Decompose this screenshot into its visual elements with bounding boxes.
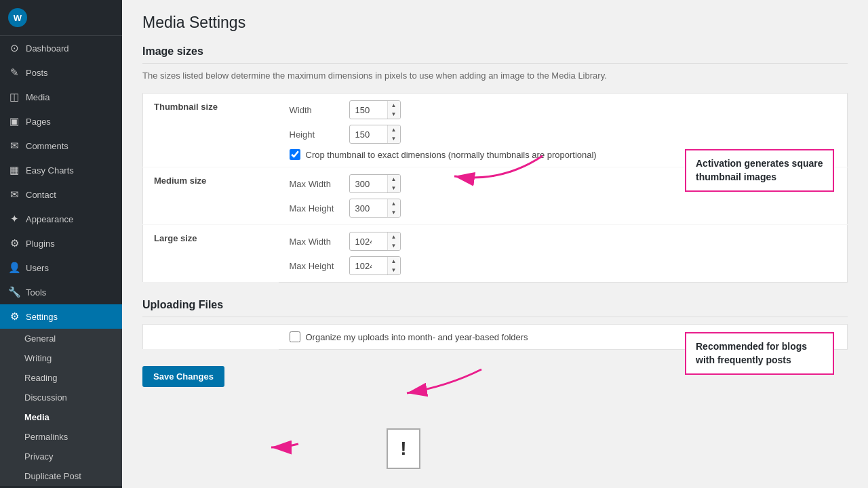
sidebar-item-label: Dashboard (26, 43, 69, 54)
thumbnail-height-input[interactable] (350, 126, 387, 143)
large-height-up[interactable]: ▲ (388, 257, 400, 266)
large-width-input[interactable] (350, 233, 387, 250)
image-sizes-description: The sizes listed below determine the max… (142, 70, 848, 81)
sidebar-item-comments[interactable]: ✉ Comments (0, 134, 122, 158)
image-sizes-heading: Image sizes (142, 45, 848, 64)
thumbnail-width-label: Width (290, 105, 344, 115)
annotation-uploads: Recommended for blogs with frequently po… (685, 332, 834, 375)
sidebar-item-label: Contact (26, 190, 56, 200)
large-size-fields: Max Width ▲ ▼ Max Height (279, 225, 848, 283)
posts-icon: ✎ (8, 66, 20, 79)
settings-submenu: General Writing Reading Discussion Media… (0, 329, 122, 486)
submenu-discussion[interactable]: Discussion (0, 388, 122, 407)
submenu-duplicate-post[interactable]: Duplicate Post (0, 466, 122, 486)
large-width-input-wrap[interactable]: ▲ ▼ (349, 232, 401, 251)
thumbnail-width-up[interactable]: ▲ (388, 101, 400, 110)
sidebar-item-tools[interactable]: 🔧 Tools (0, 280, 122, 304)
exclamation-callout: ! (387, 428, 420, 469)
medium-width-label: Max Width (290, 179, 344, 189)
submenu-media[interactable]: Media (0, 407, 122, 427)
medium-height-input-wrap[interactable]: ▲ ▼ (349, 199, 401, 218)
wp-logo: W (0, 0, 122, 36)
sidebar-item-settings[interactable]: ⚙ Settings (0, 304, 122, 329)
sidebar-item-media[interactable]: ◫ Media (0, 85, 122, 109)
sidebar-item-plugins[interactable]: ⚙ Plugins (0, 231, 122, 256)
plugins-icon: ⚙ (8, 237, 20, 249)
medium-height-down[interactable]: ▼ (388, 208, 400, 217)
annotation-thumbnail-text: Activation generates square thumbnail im… (696, 158, 823, 182)
thumbnail-width-input[interactable] (350, 102, 387, 119)
thumbnail-height-up[interactable]: ▲ (388, 125, 400, 134)
uploading-files-heading: Uploading Files (142, 299, 848, 317)
sidebar-item-label: Posts (26, 68, 48, 78)
large-size-label: Large size (143, 225, 279, 283)
large-height-input[interactable] (350, 258, 387, 274)
medium-width-input-wrap[interactable]: ▲ ▼ (349, 174, 401, 193)
exclamation-text: ! (400, 438, 406, 460)
media-icon: ◫ (8, 91, 20, 103)
thumbnail-width-down[interactable]: ▼ (388, 110, 400, 119)
medium-height-label: Max Height (290, 203, 344, 214)
large-height-input-wrap[interactable]: ▲ ▼ (349, 256, 401, 275)
sidebar-item-label: Comments (26, 141, 68, 151)
sidebar-item-users[interactable]: 👤 Users (0, 256, 122, 280)
save-changes-button[interactable]: Save Changes (142, 366, 224, 387)
main-content: Media Settings Image sizes The sizes lis… (122, 0, 868, 488)
sidebar-item-label: Plugins (26, 239, 55, 249)
sidebar: W ⊙ Dashboard ✎ Posts ◫ Media ▣ Pages ✉ … (0, 0, 122, 488)
users-icon: 👤 (8, 262, 20, 274)
submenu-privacy[interactable]: Privacy (0, 447, 122, 466)
appearance-icon: ✦ (8, 213, 20, 225)
organize-empty-label (143, 325, 279, 350)
wp-logo-icon: W (8, 8, 27, 27)
medium-height-input[interactable] (350, 200, 387, 217)
sidebar-item-label: Media (26, 92, 50, 102)
medium-width-down[interactable]: ▼ (388, 184, 400, 192)
large-size-row: Large size Max Width ▲ ▼ Max He (143, 225, 848, 283)
submenu-permalinks[interactable]: Permalinks (0, 427, 122, 447)
sidebar-item-label: Appearance (26, 214, 73, 224)
sidebar-item-easy-charts[interactable]: ▦ Easy Charts (0, 158, 122, 182)
submenu-general[interactable]: General (0, 329, 122, 348)
large-width-up[interactable]: ▲ (388, 232, 400, 241)
tools-icon: 🔧 (8, 286, 20, 298)
submenu-reading[interactable]: Reading (0, 368, 122, 388)
thumbnail-height-input-wrap[interactable]: ▲ ▼ (349, 125, 401, 144)
thumbnail-size-label: Thumbnail size (143, 94, 279, 167)
settings-icon: ⚙ (8, 310, 20, 323)
large-width-down[interactable]: ▼ (388, 241, 400, 250)
contact-icon: ✉ (8, 188, 20, 201)
medium-height-up[interactable]: ▲ (388, 199, 400, 208)
sidebar-item-label: Pages (26, 117, 51, 127)
submenu-writing[interactable]: Writing (0, 348, 122, 368)
crop-label[interactable]: Crop thumbnail to exact dimensions (norm… (306, 150, 597, 160)
annotation-uploads-text: Recommended for blogs with frequently po… (696, 341, 807, 365)
sidebar-item-appearance[interactable]: ✦ Appearance (0, 207, 122, 231)
large-width-label: Max Width (290, 237, 344, 247)
sidebar-item-contact[interactable]: ✉ Contact (0, 182, 122, 207)
thumbnail-height-label: Height (290, 129, 344, 140)
page-title: Media Settings (142, 14, 848, 32)
sidebar-item-posts[interactable]: ✎ Posts (0, 60, 122, 85)
comments-icon: ✉ (8, 140, 20, 152)
sidebar-item-label: Easy Charts (26, 165, 74, 176)
sidebar-item-dashboard[interactable]: ⊙ Dashboard (0, 36, 122, 60)
crop-checkbox[interactable] (290, 149, 300, 160)
large-height-label: Max Height (290, 261, 344, 271)
annotation-thumbnail: Activation generates square thumbnail im… (685, 149, 834, 192)
charts-icon: ▦ (8, 164, 20, 176)
sidebar-item-label: Tools (26, 287, 46, 298)
organize-checkbox[interactable] (290, 331, 300, 342)
medium-width-up[interactable]: ▲ (388, 175, 400, 184)
dashboard-icon: ⊙ (8, 42, 20, 54)
sidebar-item-pages[interactable]: ▣ Pages (0, 109, 122, 134)
medium-size-label: Medium size (143, 167, 279, 225)
sidebar-item-label: Settings (26, 312, 58, 322)
medium-width-input[interactable] (350, 176, 387, 192)
organize-label[interactable]: Organize my uploads into month- and year… (306, 332, 528, 342)
pages-icon: ▣ (8, 115, 20, 127)
thumbnail-height-down[interactable]: ▼ (388, 134, 400, 143)
large-height-down[interactable]: ▼ (388, 266, 400, 274)
thumbnail-width-input-wrap[interactable]: ▲ ▼ (349, 100, 401, 119)
sidebar-item-label: Users (26, 263, 49, 273)
